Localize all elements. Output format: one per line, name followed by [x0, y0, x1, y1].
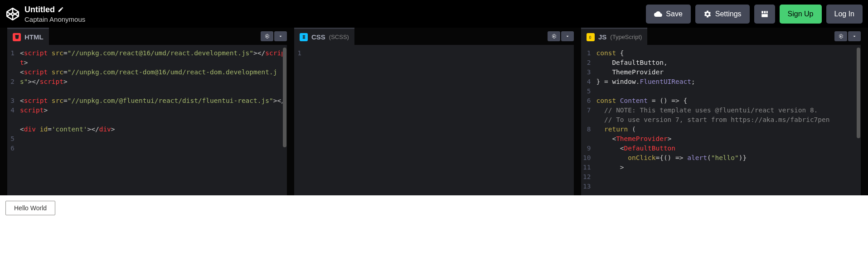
line-number: 11	[583, 163, 591, 172]
login-button[interactable]: Log In	[826, 5, 863, 24]
svg-point-10	[840, 36, 842, 37]
svg-rect-4	[764, 11, 766, 13]
html-dropdown-button[interactable]	[274, 31, 287, 41]
js-dropdown-button[interactable]	[848, 31, 861, 41]
line-number: 9	[583, 144, 591, 153]
chevron-down-icon	[565, 34, 570, 39]
line-number: 6	[583, 96, 591, 106]
line-number: 4	[583, 77, 591, 87]
settings-button[interactable]: Settings	[695, 5, 750, 24]
header-right: Save Settings Sign Up Log In	[646, 5, 863, 24]
layout-button[interactable]	[754, 5, 775, 24]
title-block: Untitled Captain Anonymous	[24, 5, 85, 23]
svg-rect-6	[761, 14, 768, 17]
css-editor[interactable]: 1	[294, 45, 574, 195]
pen-title[interactable]: Untitled	[24, 5, 55, 15]
css-panel: CSS (SCSS) 1	[294, 28, 574, 195]
codepen-logo-icon[interactable]	[5, 7, 20, 21]
gear-icon	[264, 34, 270, 39]
css-panel-header: CSS (SCSS)	[294, 28, 574, 45]
css-settings-button[interactable]	[548, 31, 560, 41]
pen-author[interactable]: Captain Anonymous	[24, 15, 85, 23]
html-panel-header: HTML	[7, 28, 287, 45]
edit-title-icon[interactable]	[58, 6, 64, 13]
login-label: Log In	[834, 10, 854, 18]
cloud-icon	[654, 10, 662, 18]
line-number: 12	[583, 172, 591, 182]
html-code[interactable]: <script src="//unpkg.com/react@16/umd/re…	[18, 45, 287, 195]
chevron-down-icon	[278, 34, 283, 39]
line-number: 2	[9, 77, 15, 87]
css-badge-icon	[300, 33, 308, 41]
js-scrollbar[interactable]	[856, 45, 861, 195]
js-settings-button[interactable]	[834, 31, 847, 41]
css-dropdown-button[interactable]	[561, 31, 574, 41]
html-settings-button[interactable]	[261, 31, 273, 41]
header: Untitled Captain Anonymous Save Settings…	[0, 0, 868, 28]
html-editor[interactable]: 1 2 3 4 5 6 <script src="//unpkg.com/rea…	[7, 45, 287, 195]
svg-point-8	[553, 36, 555, 37]
output-frame: Hello World	[0, 195, 868, 276]
settings-label: Settings	[715, 10, 742, 18]
js-code[interactable]: const { DefaultButton, ThemeProvider } =…	[594, 45, 861, 195]
svg-text:(): ()	[589, 35, 591, 39]
line-number: 2	[583, 58, 591, 68]
js-panel: () JS (TypeScript) 1 2 3 4 5 6 7 8	[581, 28, 861, 195]
html-panel: HTML 1 2 3 4 5 6 <script src="//unpkg.co…	[7, 28, 287, 195]
js-gutter: 1 2 3 4 5 6 7 8 9 10 11 12 13	[581, 45, 594, 195]
line-number: 8	[583, 125, 591, 134]
line-number: 6	[9, 144, 15, 153]
css-code[interactable]	[305, 45, 574, 195]
line-number: 4	[9, 106, 15, 115]
js-panel-sub: (TypeScript)	[610, 34, 642, 40]
line-number: 1	[583, 48, 591, 58]
hello-world-button[interactable]: Hello World	[5, 201, 55, 215]
html-badge-icon	[13, 33, 21, 41]
signup-label: Sign Up	[788, 10, 814, 18]
line-number: 3	[9, 96, 15, 106]
save-label: Save	[666, 10, 682, 18]
html-gutter: 1 2 3 4 5 6	[7, 45, 18, 195]
js-panel-header: () JS (TypeScript)	[581, 28, 861, 45]
js-badge-icon: ()	[587, 33, 595, 41]
css-panel-name: CSS	[311, 33, 325, 41]
css-gutter: 1	[294, 45, 305, 195]
gear-icon	[838, 34, 844, 39]
signup-button[interactable]: Sign Up	[780, 5, 822, 24]
editors-row: HTML 1 2 3 4 5 6 <script src="//unpkg.co…	[0, 28, 868, 195]
line-number: 3	[583, 68, 591, 77]
line-number: 5	[9, 134, 15, 144]
html-panel-tab[interactable]: HTML	[7, 28, 49, 45]
layout-icon	[761, 10, 769, 18]
svg-rect-5	[766, 11, 767, 13]
chevron-down-icon	[852, 34, 857, 39]
html-scrollbar[interactable]	[282, 45, 287, 195]
css-panel-tab[interactable]: CSS (SCSS)	[294, 28, 354, 45]
svg-point-7	[267, 36, 268, 37]
line-number: 1	[296, 48, 301, 58]
js-editor[interactable]: 1 2 3 4 5 6 7 8 9 10 11 12 13 const { De…	[581, 45, 861, 195]
gear-icon	[551, 34, 557, 39]
js-panel-name: JS	[598, 33, 606, 41]
svg-rect-3	[761, 11, 763, 13]
gear-icon	[703, 10, 712, 18]
css-panel-sub: (SCSS)	[329, 34, 349, 40]
js-panel-tab[interactable]: () JS (TypeScript)	[581, 28, 647, 45]
line-number: 10	[583, 153, 591, 163]
line-number: 1	[9, 48, 15, 58]
line-number: 13	[583, 182, 591, 191]
save-button[interactable]: Save	[646, 5, 690, 24]
header-left: Untitled Captain Anonymous	[5, 5, 85, 23]
line-number: 7	[583, 106, 591, 115]
html-panel-name: HTML	[24, 33, 44, 41]
line-number: 5	[583, 87, 591, 96]
